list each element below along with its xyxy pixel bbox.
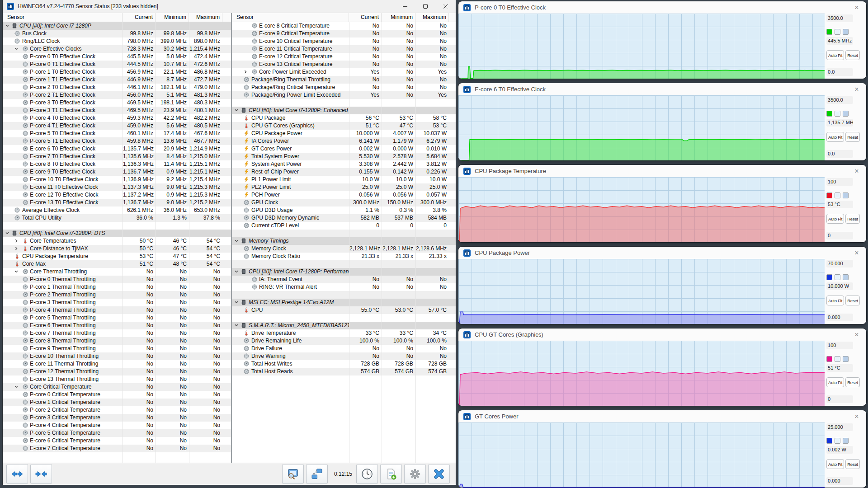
chevron-down-icon[interactable] [14,269,19,274]
graph-close-icon[interactable]: × [852,167,862,176]
sensor-row[interactable]: E-core 11 T0 Effective Clock1,137.3 MHz9… [3,183,231,191]
sensor-row[interactable]: IA: Thermal EventNoNoNo [232,276,456,283]
sensor-row[interactable]: CPU Package Power10.000 W4.007 W10.037 W [232,130,456,137]
sensor-row[interactable]: CPU55.0 °C53.0 °C57.0 °C [232,306,456,314]
scale-min-field[interactable]: 0.000 [826,314,853,321]
sensor-row[interactable]: P-core 4 T1 Effective Clock459.0 MHz5.6 … [3,122,231,130]
report-button[interactable] [380,464,402,484]
sensor-row[interactable]: E-core 7 T0 Effective Clock1,135.6 MHz8.… [3,153,231,160]
background-color-chip[interactable] [835,438,840,444]
series-color-chip[interactable] [826,438,832,444]
sensor-row[interactable]: Memory Clock Ratio21.33 x21.33 x21.33 x [232,253,456,260]
sensor-row[interactable]: P-core 3 T0 Effective Clock469.5 MHz198.… [3,99,231,107]
column-header-maximum[interactable]: Maximum [189,13,222,22]
sensor-row[interactable]: E-core 11 Critical TemperatureNoNoNo [232,45,456,53]
sensor-row[interactable]: E-core 13 Critical TemperatureNoNoNo [232,61,456,68]
sensor-row[interactable]: CPU GT Cores (Graphics)51 °C47 °C53 °C [232,122,456,130]
sensor-row[interactable]: Drive FailureNoNoNo [232,345,456,352]
background-color-chip[interactable] [835,192,840,198]
sensor-row[interactable]: P-core 1 Critical TemperatureNoNoNo [3,399,231,406]
chevron-down-icon[interactable] [234,108,239,113]
series-color-chip[interactable] [826,111,832,117]
remote-monitoring-button[interactable] [306,464,328,484]
auto-fit-button[interactable]: Auto Fit [826,296,844,305]
sensor-row[interactable]: P-core 0 T1 Effective Clock444.5 MHz10.7… [3,61,231,68]
sensor-group-row[interactable]: CPU [#0]: Intel Core i7-1280P: Performan… [232,268,456,276]
grid-color-chip[interactable] [843,192,849,198]
graph-titlebar[interactable]: P-core 0 T0 Effective Clock [458,1,866,14]
column-header-maximum[interactable]: Maximum [415,13,449,22]
sensor-group-row[interactable]: Memory Timings [232,237,456,245]
series-color-chip[interactable] [826,192,832,198]
background-color-chip[interactable] [835,356,840,362]
maximize-button[interactable] [415,0,435,13]
series-color-chip[interactable] [826,274,832,280]
scale-min-field[interactable]: 0 [826,232,853,239]
sensor-row[interactable]: P-core 2 Thermal ThrottlingNoNoNo [3,291,231,299]
sensor-row[interactable]: E-core 12 T0 Effective Clock1,137.2 MHz0… [3,191,231,199]
collapse-columns-button[interactable] [30,464,52,484]
scale-max-field[interactable]: 3500.0 [826,96,853,104]
reset-button[interactable]: Reset [845,459,860,469]
graph-titlebar[interactable]: GT Cores Power [458,410,866,422]
chevron-right-icon[interactable] [243,70,248,74]
sensor-row[interactable]: P-core 5 T0 Effective Clock460.1 MHz17.4… [3,130,231,137]
background-color-chip[interactable] [835,111,840,117]
sensor-row[interactable]: Drive Remaining Life100.0 %100.0 %100.0 … [232,337,456,345]
sensor-row[interactable]: E-core 6 Critical TemperatureNoNoNo [3,437,231,445]
sensor-row[interactable]: Package/Ring Critical TemperatureNoNoNo [232,84,456,91]
chevron-down-icon[interactable] [234,239,239,243]
sensor-row[interactable]: RING: VR Thermal AlertNoNoNo [232,283,456,291]
sensor-row[interactable]: Core Thermal ThrottlingNoNoNo [3,268,231,276]
sensor-row[interactable]: E-core 6 Thermal ThrottlingNoNoNo [3,322,231,329]
minimize-button[interactable] [395,0,415,13]
scale-max-field[interactable]: 100 [826,178,853,186]
chevron-down-icon[interactable] [14,385,19,389]
sensor-row[interactable]: Current cTDP Level000 [232,222,456,230]
sensor-row[interactable]: Core Critical TemperatureNoNoNo [3,383,231,391]
sensor-row[interactable]: P-core 0 Critical TemperatureNoNoNo [3,391,231,399]
column-header-minimum[interactable]: Minimum [382,13,415,22]
graph-close-icon[interactable]: × [852,3,862,12]
graph-titlebar[interactable]: CPU Package Temperature [458,165,866,177]
sensor-row[interactable]: GT Cores Power0.002 W0.000 W0.010 W [232,145,456,153]
sensor-row[interactable]: P-core 4 Critical TemperatureNoNoNo [3,422,231,429]
sensor-row[interactable]: CPU Package Temperature53 °C47 °C54 °C [3,253,231,260]
sensor-row[interactable]: Total System Power5.530 W2.578 W5.684 W [232,153,456,160]
sensor-row[interactable]: E-core 9 Thermal ThrottlingNoNoNo [3,345,231,352]
reset-button[interactable]: Reset [845,377,860,387]
sensor-row[interactable]: P-core 5 Thermal ThrottlingNoNoNo [3,314,231,322]
expand-columns-button[interactable] [6,464,28,484]
scale-min-field[interactable]: 0.0 [826,68,853,76]
settings-button[interactable] [404,464,426,484]
auto-fit-button[interactable]: Auto Fit [826,214,844,224]
sensor-row[interactable]: Total Host Writes728 GB728 GB728 GB [232,360,456,368]
sensor-row[interactable]: Package/Ring Thermal ThrottlingNoNoNo [232,76,456,84]
column-header-current[interactable]: Current [349,13,382,22]
scale-min-field[interactable]: 0.0 [826,150,853,158]
graph-titlebar[interactable]: CPU GT Cores (Graphics) [458,328,866,341]
sensor-row[interactable]: E-core 10 T0 Effective Clock1,136.9 MHz9… [3,176,231,183]
sensor-row[interactable]: P-core 0 T0 Effective Clock445.5 MHz5.0 … [3,53,231,61]
sensor-row[interactable]: Core Distance to TjMAX50 °C46 °C54 °C [3,245,231,253]
chevron-right-icon[interactable] [14,246,19,251]
column-header-current[interactable]: Current [123,13,156,22]
sensor-row[interactable]: GPU D3D Usage1.1 %0.3 %3.8 % [232,206,456,214]
column-header-minimum[interactable]: Minimum [156,13,189,22]
sensor-row[interactable]: P-core 5 T1 Effective Clock459.8 MHz13.6… [3,137,231,145]
sensor-row[interactable]: Ring/LLC Clock798.0 MHz399.0 MHz898.0 MH… [3,38,231,45]
scale-min-field[interactable]: 0 [826,395,853,403]
sensor-group-row[interactable]: CPU [#0]: Intel Core i7-1280P: Enhanced [232,107,456,114]
sensor-group-row[interactable]: S.M.A.R.T.: Micron_2450_MTFDKBA512TF... [232,322,456,329]
scale-min-field[interactable]: 0.000 [826,477,853,485]
sensor-row[interactable]: IA Cores Power6.141 W1.179 W6.279 W [232,137,456,145]
sensor-row[interactable]: Core Effective Clocks728.3 MHz30.2 MHz1,… [3,45,231,53]
sensor-row[interactable]: Drive Temperature33 °C33 °C34 °C [232,329,456,337]
reset-button[interactable]: Reset [845,50,860,60]
system-summary-button[interactable] [282,464,304,484]
grid-color-chip[interactable] [843,111,849,117]
sensor-row[interactable]: P-core 1 T0 Effective Clock456.9 MHz22.1… [3,68,231,76]
sensor-row[interactable]: E-core 12 Thermal ThrottlingNoNoNo [3,368,231,375]
graph-close-icon[interactable]: × [852,412,862,421]
sensor-row[interactable]: P-core 5 Critical TemperatureNoNoNo [3,429,231,437]
